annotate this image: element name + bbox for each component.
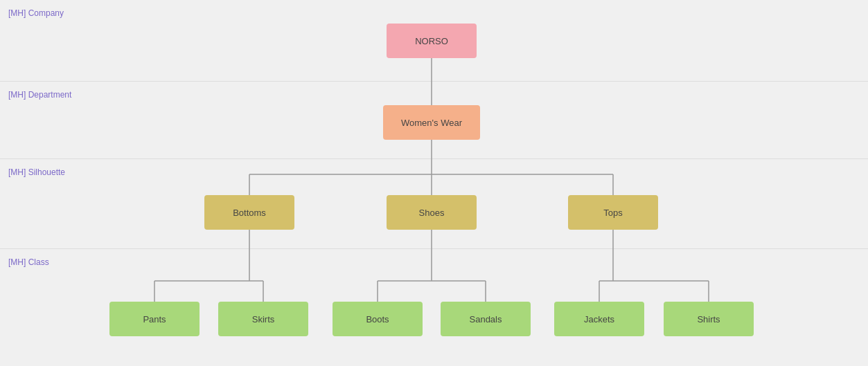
node-skirts[interactable]: Skirts [218,302,308,336]
node-shoes[interactable]: Shoes [387,195,477,230]
node-shirts[interactable]: Shirts [664,302,754,336]
level-company-label: [MH] Company [8,8,64,18]
level-department-label: [MH] Department [8,90,71,100]
node-norso[interactable]: NORSO [387,24,477,58]
node-pants[interactable]: Pants [109,302,200,336]
node-tops[interactable]: Tops [568,195,658,230]
level-silhouette-label: [MH] Silhouette [8,167,65,177]
node-boots[interactable]: Boots [333,302,423,336]
node-sandals[interactable]: Sandals [441,302,531,336]
node-womens-wear[interactable]: Women's Wear [383,105,480,140]
level-class-label: [MH] Class [8,257,49,267]
node-bottoms[interactable]: Bottoms [204,195,294,230]
node-jackets[interactable]: Jackets [554,302,644,336]
